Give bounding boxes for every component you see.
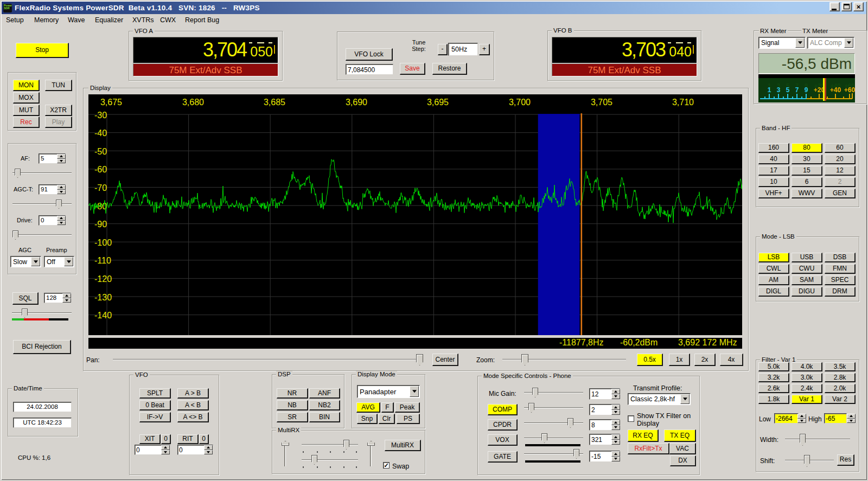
svg-text:3,685: 3,685	[264, 98, 285, 107]
svg-text:3,710: 3,710	[672, 98, 694, 107]
svg-text:3,695: 3,695	[427, 98, 449, 107]
svg-text:1: 1	[768, 86, 771, 94]
svg-text:3,680: 3,680	[182, 98, 204, 107]
svg-text:7: 7	[795, 86, 799, 94]
svg-text:-90: -90	[94, 220, 107, 229]
svg-text:-60: -60	[94, 165, 107, 174]
svg-text:-50: -50	[94, 147, 107, 156]
svg-text:-100: -100	[94, 238, 112, 247]
svg-text:-110: -110	[94, 256, 111, 265]
svg-text:-130: -130	[94, 293, 112, 302]
svg-text:3: 3	[777, 86, 781, 94]
svg-text:+40: +40	[830, 86, 841, 94]
svg-text:3,700: 3,700	[509, 98, 531, 107]
svg-text:5: 5	[786, 86, 790, 94]
svg-text:-70: -70	[94, 183, 107, 193]
svg-text:3,690: 3,690	[346, 98, 367, 107]
svg-text:-40: -40	[94, 129, 107, 138]
svg-text:+60: +60	[844, 86, 855, 94]
svg-text:-30: -30	[94, 111, 107, 120]
svg-text:9: 9	[805, 86, 808, 94]
svg-text:3,705: 3,705	[591, 98, 612, 107]
svg-text:-140: -140	[94, 311, 112, 320]
svg-text:-120: -120	[94, 274, 112, 284]
svg-text:3,675: 3,675	[100, 98, 122, 107]
